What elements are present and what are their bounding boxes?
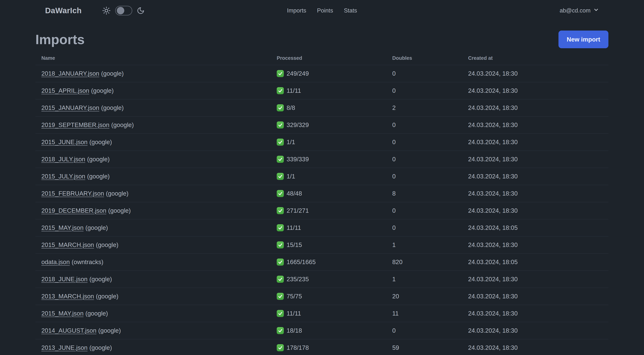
import-source-label: (google) xyxy=(98,327,121,334)
column-header-name: Name xyxy=(36,50,271,65)
column-header-doubles: Doubles xyxy=(386,50,462,65)
doubles-cell: 2 xyxy=(386,99,462,116)
new-import-button[interactable]: New import xyxy=(558,30,608,48)
green-check-icon xyxy=(277,139,284,146)
theme-toggle-knob xyxy=(117,7,124,14)
green-check-icon xyxy=(277,70,284,77)
theme-toggle[interactable] xyxy=(115,6,132,15)
green-check-icon xyxy=(277,121,284,128)
import-name-cell: 2018_JANUARY.json(google) xyxy=(36,65,271,82)
import-file-link[interactable]: 2018_JULY.json xyxy=(41,156,85,163)
import-file-link[interactable]: 2013_JUNE.json xyxy=(41,344,88,351)
table-header-row: Name Processed Doubles Created at xyxy=(36,50,608,65)
import-file-link[interactable]: 2015_MAY.json xyxy=(41,224,84,231)
import-name-cell: odata.json(owntracks) xyxy=(36,254,271,271)
nav-link-points[interactable]: Points xyxy=(317,7,333,14)
table-row: 2014_AUGUST.json(google) 18/18 0 24.03.2… xyxy=(36,322,608,339)
green-check-icon xyxy=(277,259,284,266)
green-check-icon xyxy=(277,104,284,111)
table-row: 2015_MAY.json(google) 11/11 11 24.03.202… xyxy=(36,305,608,322)
import-file-link[interactable]: 2015_MARCH.json xyxy=(41,241,94,248)
import-file-link[interactable]: 2015_MAY.json xyxy=(41,310,84,317)
import-source-label: (google) xyxy=(106,190,128,197)
table-row: 2015_JANUARY.json(google) 8/8 2 24.03.20… xyxy=(36,99,608,116)
user-email: ab@cd.com xyxy=(560,7,590,14)
import-source-label: (google) xyxy=(101,70,124,77)
import-name-cell: 2015_FEBRUARY.json(google) xyxy=(36,185,271,202)
moon-icon xyxy=(137,7,144,14)
green-check-icon xyxy=(277,156,284,163)
green-check-icon xyxy=(277,87,284,94)
green-check-icon xyxy=(277,310,284,317)
table-row: 2015_JULY.json(google) 1/1 0 24.03.2024,… xyxy=(36,168,608,185)
created-at-cell: 24.03.2024, 18:30 xyxy=(462,82,608,99)
import-file-link[interactable]: 2014_AUGUST.json xyxy=(41,327,96,334)
import-file-link[interactable]: 2018_JUNE.json xyxy=(41,276,88,283)
created-at-cell: 24.03.2024, 18:30 xyxy=(462,236,608,254)
table-row: 2013_MARCH.json(google) 75/75 20 24.03.2… xyxy=(36,288,608,305)
import-file-link[interactable]: 2015_JULY.json xyxy=(41,173,85,180)
import-source-label: (google) xyxy=(90,139,112,145)
processed-cell: 18/18 xyxy=(271,322,386,339)
processed-cell: 329/329 xyxy=(271,116,386,134)
processed-cell: 1/1 xyxy=(271,168,386,185)
import-name-cell: 2015_JUNE.json(google) xyxy=(36,134,271,151)
processed-count: 8/8 xyxy=(286,104,295,111)
user-menu[interactable]: ab@cd.com xyxy=(560,7,599,14)
processed-cell: 1/1 xyxy=(271,134,386,151)
doubles-cell: 0 xyxy=(386,322,462,339)
import-file-link[interactable]: 2019_DECEMBER.json xyxy=(41,207,106,214)
created-at-cell: 24.03.2024, 18:30 xyxy=(462,185,608,202)
doubles-cell: 0 xyxy=(386,219,462,236)
processed-cell: 48/48 xyxy=(271,185,386,202)
import-name-cell: 2018_JULY.json(google) xyxy=(36,151,271,168)
processed-cell: 235/235 xyxy=(271,271,386,288)
import-file-link[interactable]: 2019_SEPTEMBER.json xyxy=(41,121,110,128)
import-source-label: (google) xyxy=(111,121,134,128)
processed-cell: 1665/1665 xyxy=(271,254,386,271)
import-file-link[interactable]: 2015_JANUARY.json xyxy=(41,104,99,111)
import-file-link[interactable]: 2018_JANUARY.json xyxy=(41,70,99,77)
import-file-link[interactable]: 2015_JUNE.json xyxy=(41,139,88,145)
doubles-cell: 1 xyxy=(386,271,462,288)
import-name-cell: 2013_MARCH.json(google) xyxy=(36,288,271,305)
app-logo[interactable]: DaWarIch xyxy=(45,6,82,15)
processed-cell: 249/249 xyxy=(271,65,386,82)
green-check-icon xyxy=(277,293,284,300)
import-source-label: (google) xyxy=(85,310,108,317)
processed-count: 271/271 xyxy=(286,207,309,214)
created-at-cell: 24.03.2024, 18:30 xyxy=(462,271,608,288)
processed-cell: 8/8 xyxy=(271,99,386,116)
import-file-link[interactable]: 2013_MARCH.json xyxy=(41,293,94,300)
import-source-label: (owntracks) xyxy=(72,259,104,265)
table-row: 2019_DECEMBER.json(google) 271/271 0 24.… xyxy=(36,202,608,219)
import-name-cell: 2019_DECEMBER.json(google) xyxy=(36,202,271,219)
import-source-label: (google) xyxy=(87,156,110,163)
page-title: Imports xyxy=(36,33,84,46)
created-at-cell: 24.03.2024, 18:30 xyxy=(462,134,608,151)
sun-icon xyxy=(102,6,111,15)
green-check-icon xyxy=(277,224,284,231)
green-check-icon xyxy=(277,276,284,283)
table-row: 2015_MARCH.json(google) 15/15 1 24.03.20… xyxy=(36,236,608,254)
doubles-cell: 1 xyxy=(386,236,462,254)
nav-link-imports[interactable]: Imports xyxy=(287,7,306,14)
import-file-link[interactable]: odata.json xyxy=(41,259,70,265)
processed-count: 235/235 xyxy=(286,276,309,283)
processed-cell: 339/339 xyxy=(271,151,386,168)
column-header-processed: Processed xyxy=(271,50,386,65)
processed-cell: 11/11 xyxy=(271,219,386,236)
import-file-link[interactable]: 2015_APRIL.json xyxy=(41,87,89,94)
import-name-cell: 2018_JUNE.json(google) xyxy=(36,271,271,288)
green-check-icon xyxy=(277,207,284,214)
processed-cell: 15/15 xyxy=(271,236,386,254)
nav-link-stats[interactable]: Stats xyxy=(344,7,357,14)
doubles-cell: 11 xyxy=(386,305,462,322)
table-row: 2018_JANUARY.json(google) 249/249 0 24.0… xyxy=(36,65,608,82)
doubles-cell: 0 xyxy=(386,82,462,99)
processed-cell: 75/75 xyxy=(271,288,386,305)
import-source-label: (google) xyxy=(91,87,114,94)
import-file-link[interactable]: 2015_FEBRUARY.json xyxy=(41,190,104,197)
imports-page: Imports New import Name Processed Double… xyxy=(0,30,644,355)
processed-cell: 11/11 xyxy=(271,82,386,99)
